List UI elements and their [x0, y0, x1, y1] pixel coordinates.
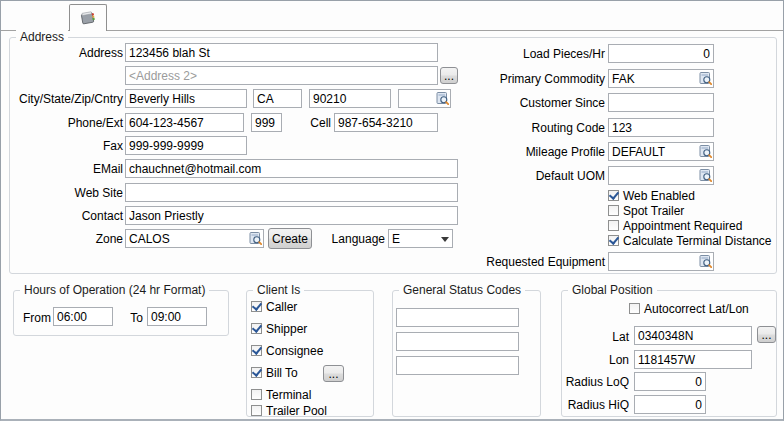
- fax-input[interactable]: [126, 137, 246, 154]
- language-combobox[interactable]: E: [388, 229, 453, 248]
- checkbox-box: [251, 301, 262, 312]
- shipper-checkbox[interactable]: Shipper: [251, 322, 307, 335]
- lat-field[interactable]: [634, 326, 752, 345]
- state-field[interactable]: [253, 89, 302, 108]
- load-pieces-input[interactable]: [609, 45, 713, 62]
- email-field[interactable]: [125, 159, 458, 178]
- calculate-terminal-distance-checkbox[interactable]: Calculate Terminal Distance: [608, 234, 772, 247]
- lon-field[interactable]: [634, 350, 752, 369]
- lat-more-button[interactable]: ...: [757, 326, 776, 343]
- checkbox-box: [608, 235, 619, 246]
- spot-trailer-checkbox[interactable]: Spot Trailer: [608, 204, 684, 217]
- web-enabled-checkbox[interactable]: Web Enabled: [608, 189, 695, 202]
- zone-field[interactable]: [125, 229, 264, 248]
- city-input[interactable]: [126, 90, 246, 107]
- lon-input[interactable]: [635, 351, 751, 368]
- address2-field[interactable]: [125, 66, 438, 85]
- lookup-icon[interactable]: [699, 169, 712, 182]
- address2-input[interactable]: [126, 67, 437, 84]
- website-field[interactable]: [125, 183, 458, 202]
- status-code-input-3[interactable]: [397, 357, 518, 374]
- zone-input[interactable]: [126, 230, 249, 247]
- email-input[interactable]: [126, 160, 457, 177]
- tab-address-book[interactable]: [69, 4, 107, 31]
- hours-from-field[interactable]: [53, 307, 113, 326]
- city-state-zip-label: City/State/Zip/Cntry: [5, 92, 123, 106]
- requested-equipment-input[interactable]: [609, 253, 699, 270]
- autocorrect-latlon-checkbox[interactable]: Autocorrect Lat/Lon: [629, 302, 749, 315]
- mileage-profile-field[interactable]: [608, 142, 714, 161]
- state-input[interactable]: [254, 90, 301, 107]
- cell-field[interactable]: [334, 113, 438, 132]
- fax-label: Fax: [5, 139, 123, 153]
- ext-field[interactable]: [251, 113, 282, 132]
- phone-field[interactable]: [125, 113, 244, 132]
- country-field[interactable]: [398, 89, 451, 108]
- hours-to-field[interactable]: [147, 307, 207, 326]
- trailer-pool-checkbox[interactable]: Trailer Pool: [251, 404, 327, 417]
- routing-code-field[interactable]: [608, 118, 714, 137]
- checkbox-label: Autocorrect Lat/Lon: [644, 302, 749, 316]
- bill-to-checkbox[interactable]: Bill To: [251, 366, 298, 379]
- checkbox-box: [251, 345, 262, 356]
- address1-field[interactable]: [125, 43, 438, 62]
- terminal-checkbox[interactable]: Terminal: [251, 388, 311, 401]
- radius-hiq-label: Radius HiQ: [561, 398, 629, 412]
- address1-input[interactable]: [126, 44, 437, 61]
- default-uom-field[interactable]: [608, 166, 714, 185]
- primary-commodity-input[interactable]: [609, 70, 699, 87]
- contact-label: Contact: [5, 209, 123, 223]
- lat-input[interactable]: [635, 327, 751, 344]
- default-uom-input[interactable]: [609, 167, 699, 184]
- lookup-icon[interactable]: [699, 72, 712, 85]
- checkbox-box: [608, 205, 619, 216]
- city-field[interactable]: [125, 89, 247, 108]
- requested-equipment-field[interactable]: [608, 252, 714, 271]
- hours-to-input[interactable]: [148, 308, 206, 325]
- language-label: Language: [305, 232, 385, 246]
- radius-loq-field[interactable]: [634, 372, 706, 391]
- status-code-field-2[interactable]: [396, 332, 519, 351]
- status-code-input-2[interactable]: [397, 333, 518, 350]
- global-position-group-title: Global Position: [568, 283, 657, 297]
- checkbox-label: Shipper: [266, 322, 307, 336]
- caller-checkbox[interactable]: Caller: [251, 300, 297, 313]
- cell-input[interactable]: [335, 114, 437, 131]
- radius-hiq-input[interactable]: [635, 396, 705, 413]
- status-code-field-3[interactable]: [396, 356, 519, 375]
- lookup-icon[interactable]: [699, 255, 712, 268]
- country-input[interactable]: [399, 90, 436, 107]
- load-pieces-field[interactable]: [608, 44, 714, 63]
- phone-input[interactable]: [126, 114, 243, 131]
- status-code-input-1[interactable]: [397, 309, 518, 326]
- zip-input[interactable]: [310, 90, 390, 107]
- hours-from-input[interactable]: [54, 308, 112, 325]
- contact-input[interactable]: [126, 207, 457, 224]
- contact-field[interactable]: [125, 206, 458, 225]
- website-input[interactable]: [126, 184, 457, 201]
- primary-commodity-field[interactable]: [608, 69, 714, 88]
- address-label: Address: [5, 46, 123, 60]
- routing-code-input[interactable]: [609, 119, 713, 136]
- lookup-icon[interactable]: [249, 232, 262, 245]
- appointment-required-checkbox[interactable]: Appointment Required: [608, 219, 742, 232]
- customer-since-label: Customer Since: [451, 96, 605, 110]
- checkbox-label: Terminal: [266, 388, 311, 402]
- phone-ext-label: Phone/Ext: [5, 116, 123, 130]
- fax-field[interactable]: [125, 136, 247, 155]
- zip-field[interactable]: [309, 89, 391, 108]
- ext-input[interactable]: [252, 114, 281, 131]
- mileage-profile-input[interactable]: [609, 143, 699, 160]
- customer-since-input[interactable]: [609, 94, 713, 111]
- status-code-field-1[interactable]: [396, 308, 519, 327]
- consignee-checkbox[interactable]: Consignee: [251, 344, 323, 357]
- bill-to-more-button[interactable]: ...: [323, 365, 344, 382]
- lookup-icon[interactable]: [699, 145, 712, 158]
- customer-since-field[interactable]: [608, 93, 714, 112]
- status-codes-group-title: General Status Codes: [399, 283, 525, 297]
- radius-loq-input[interactable]: [635, 373, 705, 390]
- radius-hiq-field[interactable]: [634, 395, 706, 414]
- lookup-icon[interactable]: [436, 92, 449, 105]
- default-uom-label: Default UOM: [451, 169, 605, 183]
- checkbox-box: [251, 323, 262, 334]
